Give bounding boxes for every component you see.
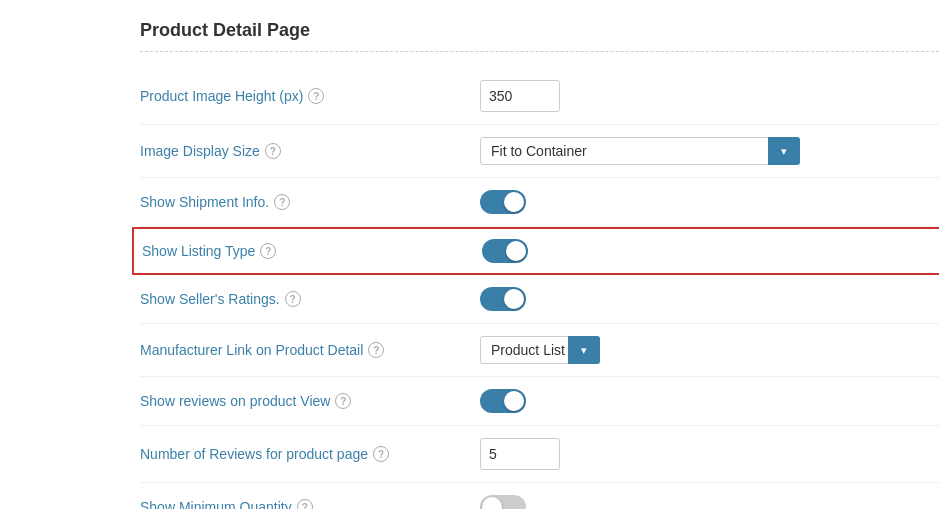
label-text-manufacturer-link: Manufacturer Link on Product Detail xyxy=(140,342,363,358)
label-col-manufacturer-link: Manufacturer Link on Product Detail? xyxy=(140,342,480,358)
select-wrapper-manufacturer-link: Product ListManufacturer PageNone▾ xyxy=(480,336,600,364)
label-text-product-image-height: Product Image Height (px) xyxy=(140,88,303,104)
select-manufacturer-link[interactable]: Product ListManufacturer PageNone xyxy=(480,336,600,364)
help-icon-show-sellers-ratings[interactable]: ? xyxy=(285,291,301,307)
help-icon-image-display-size[interactable]: ? xyxy=(265,143,281,159)
form-row-show-shipment-info: Show Shipment Info.? xyxy=(140,178,939,227)
toggle-thumb-show-sellers-ratings xyxy=(504,289,524,309)
help-icon-manufacturer-link[interactable]: ? xyxy=(368,342,384,358)
page-wrapper: Product Detail Page Product Image Height… xyxy=(0,0,939,509)
control-col-show-reviews xyxy=(480,389,939,413)
section-title: Product Detail Page xyxy=(140,20,939,52)
form-row-number-of-reviews: Number of Reviews for product page? xyxy=(140,426,939,483)
label-col-show-listing-type: Show Listing Type? xyxy=(142,243,482,259)
label-text-show-minimum-quantity: Show Minimum Quantity xyxy=(140,499,292,509)
label-text-number-of-reviews: Number of Reviews for product page xyxy=(140,446,368,462)
control-col-show-minimum-quantity xyxy=(480,495,939,509)
toggle-show-reviews[interactable] xyxy=(480,389,526,413)
label-col-show-shipment-info: Show Shipment Info.? xyxy=(140,194,480,210)
help-icon-show-reviews[interactable]: ? xyxy=(335,393,351,409)
control-col-show-sellers-ratings xyxy=(480,287,939,311)
toggle-thumb-show-shipment-info xyxy=(504,192,524,212)
label-text-image-display-size: Image Display Size xyxy=(140,143,260,159)
help-icon-show-listing-type[interactable]: ? xyxy=(260,243,276,259)
form-row-image-display-size: Image Display Size?Fit to ContainerOrigi… xyxy=(140,125,939,178)
label-col-show-reviews: Show reviews on product View? xyxy=(140,393,480,409)
control-col-show-shipment-info xyxy=(480,190,939,214)
control-col-number-of-reviews xyxy=(480,438,939,470)
select-image-display-size[interactable]: Fit to ContainerOriginal SizeCustom xyxy=(480,137,800,165)
toggle-show-minimum-quantity[interactable] xyxy=(480,495,526,509)
text-input-number-of-reviews[interactable] xyxy=(480,438,560,470)
toggle-thumb-show-reviews xyxy=(504,391,524,411)
form-row-manufacturer-link: Manufacturer Link on Product Detail?Prod… xyxy=(140,324,939,377)
label-col-show-minimum-quantity: Show Minimum Quantity? xyxy=(140,499,480,509)
form-row-show-listing-type: Show Listing Type? xyxy=(132,227,939,275)
select-wrapper-image-display-size: Fit to ContainerOriginal SizeCustom▾ xyxy=(480,137,800,165)
help-icon-product-image-height[interactable]: ? xyxy=(308,88,324,104)
label-text-show-sellers-ratings: Show Seller's Ratings. xyxy=(140,291,280,307)
label-col-number-of-reviews: Number of Reviews for product page? xyxy=(140,446,480,462)
control-col-image-display-size: Fit to ContainerOriginal SizeCustom▾ xyxy=(480,137,939,165)
form-row-show-sellers-ratings: Show Seller's Ratings.? xyxy=(140,275,939,324)
toggle-show-listing-type[interactable] xyxy=(482,239,528,263)
control-col-product-image-height xyxy=(480,80,939,112)
control-col-show-listing-type xyxy=(482,239,937,263)
help-icon-show-minimum-quantity[interactable]: ? xyxy=(297,499,313,509)
control-col-manufacturer-link: Product ListManufacturer PageNone▾ xyxy=(480,336,939,364)
label-text-show-listing-type: Show Listing Type xyxy=(142,243,255,259)
help-icon-number-of-reviews[interactable]: ? xyxy=(373,446,389,462)
form-row-show-minimum-quantity: Show Minimum Quantity? xyxy=(140,483,939,509)
label-col-image-display-size: Image Display Size? xyxy=(140,143,480,159)
form-row-show-reviews: Show reviews on product View? xyxy=(140,377,939,426)
label-text-show-shipment-info: Show Shipment Info. xyxy=(140,194,269,210)
toggle-show-shipment-info[interactable] xyxy=(480,190,526,214)
label-col-show-sellers-ratings: Show Seller's Ratings.? xyxy=(140,291,480,307)
form-row-product-image-height: Product Image Height (px)? xyxy=(140,68,939,125)
text-input-product-image-height[interactable] xyxy=(480,80,560,112)
form-rows: Product Image Height (px)?Image Display … xyxy=(140,68,939,509)
toggle-thumb-show-listing-type xyxy=(506,241,526,261)
toggle-show-sellers-ratings[interactable] xyxy=(480,287,526,311)
help-icon-show-shipment-info[interactable]: ? xyxy=(274,194,290,210)
label-text-show-reviews: Show reviews on product View xyxy=(140,393,330,409)
label-col-product-image-height: Product Image Height (px)? xyxy=(140,88,480,104)
